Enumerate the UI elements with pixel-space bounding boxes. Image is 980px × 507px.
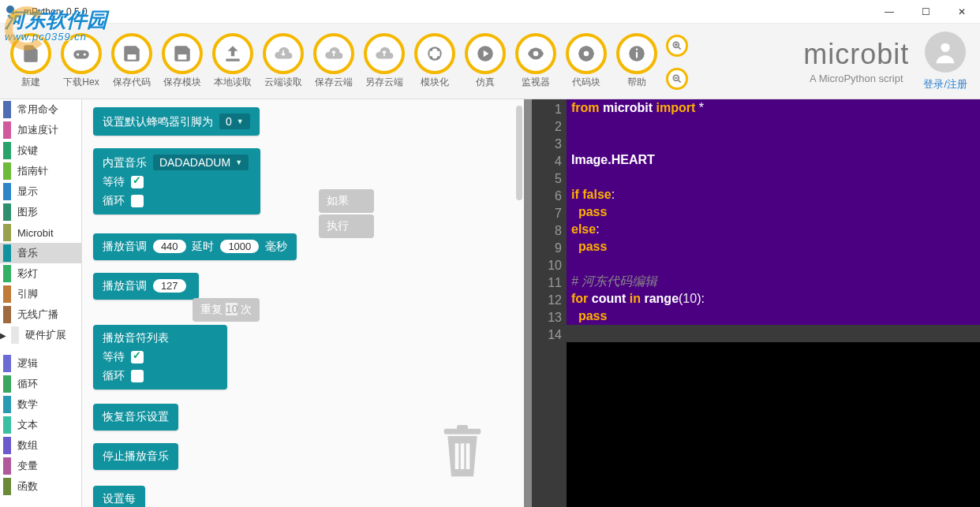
category-显示[interactable]: 显示 xyxy=(0,181,81,202)
music-dropdown[interactable]: DADADADUM▼ xyxy=(153,155,249,170)
tool-new[interactable]: 新建 xyxy=(6,33,55,89)
svg-rect-14 xyxy=(636,49,638,50)
window-title: mPython_0.5.0 xyxy=(24,6,88,17)
category-Microbit[interactable]: Microbit xyxy=(0,222,81,243)
freq-input[interactable]: 440 xyxy=(153,240,186,253)
category-无线广播[interactable]: 无线广播 xyxy=(0,304,81,325)
tool-codeblock[interactable]: 代码块 xyxy=(562,33,611,89)
block-palette[interactable]: 设置默认蜂鸣器引脚为 0▼ 内置音乐 DADADADUM▼ 等待 循环 如果 执… xyxy=(82,99,524,507)
svg-point-3 xyxy=(77,53,79,55)
category-文本[interactable]: 文本 xyxy=(0,415,81,435)
category-数组[interactable]: 数组 xyxy=(0,435,81,456)
category-彩灯[interactable]: 彩灯 xyxy=(0,263,81,284)
svg-rect-21 xyxy=(461,443,465,469)
svg-point-11 xyxy=(584,51,589,57)
ghost-repeat: 重复 10 次 xyxy=(193,298,260,322)
close-button[interactable]: ✕ xyxy=(944,0,980,24)
svg-rect-6 xyxy=(178,54,187,60)
svg-rect-20 xyxy=(455,443,459,469)
pin-dropdown[interactable]: 0▼ xyxy=(219,114,250,129)
category-循环[interactable]: 循环 xyxy=(0,374,81,394)
tool-download-hex[interactable]: 下载Hex xyxy=(57,33,106,89)
tool-help[interactable]: 帮助 xyxy=(612,33,661,89)
wait-checkbox[interactable] xyxy=(131,176,144,188)
block-play-notes[interactable]: 播放音符列表 等待 循环 xyxy=(93,325,227,390)
trash-icon[interactable] xyxy=(440,425,484,483)
category-指南针[interactable]: 指南针 xyxy=(0,161,81,181)
category-按键[interactable]: 按键 xyxy=(0,140,81,161)
tool-simulate[interactable]: 仿真 xyxy=(461,33,510,89)
gutter: 1234567891011121314 xyxy=(532,99,567,507)
avatar[interactable] xyxy=(925,32,966,73)
tool-save-cloud-as[interactable]: 另存云端 xyxy=(360,33,409,89)
python-icon xyxy=(6,6,19,18)
login-link[interactable]: 登录/注册 xyxy=(923,77,967,91)
category-音乐[interactable]: 音乐 xyxy=(0,243,81,263)
block-stop-music[interactable]: 停止播放音乐 xyxy=(93,443,178,470)
category-sidebar: 常用命令加速度计按键指南针显示图形Microbit音乐彩灯引脚无线广播▶硬件扩展… xyxy=(0,99,82,507)
brand-subtitle: A MicroPython script xyxy=(803,73,909,84)
svg-point-1 xyxy=(11,10,19,18)
pane-divider[interactable] xyxy=(524,99,532,507)
category-图形[interactable]: 图形 xyxy=(0,202,81,222)
minimize-button[interactable]: — xyxy=(871,0,907,24)
palette-scrollbar[interactable] xyxy=(516,106,522,200)
tool-local-read[interactable]: 本地读取 xyxy=(208,33,257,89)
svg-rect-7 xyxy=(226,59,239,62)
block-builtin-music[interactable]: 内置音乐 DADADADUM▼ 等待 循环 xyxy=(93,148,260,214)
block-reset-music[interactable]: 恢复音乐设置 xyxy=(93,404,178,431)
category-变量[interactable]: 变量 xyxy=(0,456,81,476)
brand-title: microbit xyxy=(803,38,909,71)
category-函数[interactable]: 函数 xyxy=(0,476,81,497)
category-数学[interactable]: 数学 xyxy=(0,394,81,415)
svg-point-4 xyxy=(84,53,86,55)
category-硬件扩展[interactable]: ▶硬件扩展 xyxy=(0,325,81,345)
tool-save-module[interactable]: 保存模块 xyxy=(158,33,207,89)
tool-blockify[interactable]: 模块化 xyxy=(410,33,459,89)
zoom-in-button[interactable] xyxy=(666,35,688,57)
svg-point-17 xyxy=(941,43,950,51)
tool-monitor[interactable]: 监视器 xyxy=(511,33,560,89)
block-play-tone[interactable]: 播放音调 440 延时 1000 毫秒 xyxy=(93,233,297,260)
tool-cloud-read[interactable]: 云端读取 xyxy=(259,33,308,89)
tool-save-cloud[interactable]: 保存云端 xyxy=(309,33,358,89)
svg-rect-5 xyxy=(128,54,137,60)
code-editor[interactable]: 1234567891011121314 from microbit import… xyxy=(532,99,980,507)
ghost-do: 执行 xyxy=(319,214,374,238)
loop-checkbox[interactable] xyxy=(131,195,144,207)
titlebar: mPython_0.5.0 — ☐ ✕ xyxy=(0,0,980,24)
duration-input[interactable]: 1000 xyxy=(220,240,259,253)
category-加速度计[interactable]: 加速度计 xyxy=(0,120,81,140)
zoom-out-button[interactable] xyxy=(666,68,688,90)
block-set-buzzer-pin[interactable]: 设置默认蜂鸣器引脚为 0▼ xyxy=(93,107,260,136)
tool-save-code[interactable]: 保存代码 xyxy=(107,33,156,89)
category-常用命令[interactable]: 常用命令 xyxy=(0,99,81,120)
toolbar: 新建 下载Hex 保存代码 保存模块 本地读取 云端读取 保存云端 另存云端 模… xyxy=(0,24,980,99)
code-area[interactable]: from microbit import * Image.HEART if fa… xyxy=(567,99,980,342)
block-set-tempo[interactable]: 设置每 xyxy=(93,486,145,507)
wait-checkbox-2[interactable] xyxy=(131,351,144,363)
category-引脚[interactable]: 引脚 xyxy=(0,284,81,304)
svg-rect-22 xyxy=(466,443,470,469)
ghost-if: 如果 xyxy=(319,189,374,213)
pitch-input[interactable]: 127 xyxy=(153,279,186,293)
maximize-button[interactable]: ☐ xyxy=(907,0,944,24)
svg-rect-19 xyxy=(457,425,468,431)
svg-rect-2 xyxy=(73,50,89,59)
svg-rect-13 xyxy=(636,52,638,58)
svg-point-9 xyxy=(533,51,539,57)
brand: microbit A MicroPython script xyxy=(803,38,923,84)
loop-checkbox-2[interactable] xyxy=(131,370,144,382)
category-逻辑[interactable]: 逻辑 xyxy=(0,353,81,374)
block-play-pitch[interactable]: 播放音调 127 xyxy=(93,273,199,300)
